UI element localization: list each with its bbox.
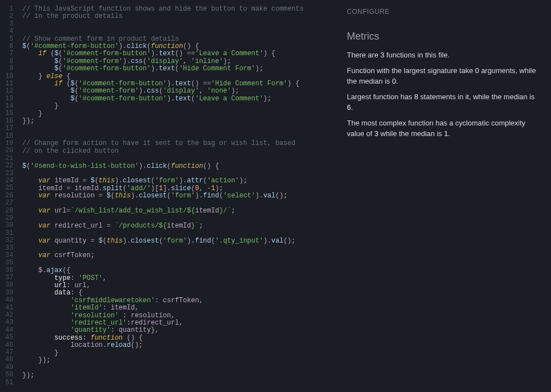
- line-number: 21: [0, 155, 13, 162]
- metrics-line-complexity: The most complex function has a cyclomat…: [347, 118, 541, 139]
- line-number-gutter: 1234567891011121314151617181920212223242…: [0, 0, 17, 392]
- metrics-sidebar: CONFIGURE Metrics There are 3 functions …: [337, 0, 551, 392]
- line-number: 20: [0, 147, 13, 154]
- line-number: 34: [0, 252, 13, 259]
- line-number: 38: [0, 282, 13, 289]
- line-number: 10: [0, 73, 13, 80]
- line-number: 17: [0, 125, 13, 132]
- line-number: 15: [0, 110, 13, 117]
- line-number: 33: [0, 245, 13, 252]
- line-number: 3: [0, 21, 13, 28]
- line-number: 30: [0, 222, 13, 229]
- line-number: 51: [0, 379, 13, 386]
- line-number: 25: [0, 185, 13, 192]
- line-number: 8: [0, 58, 13, 65]
- line-number: 32: [0, 237, 13, 244]
- line-number: 12: [0, 88, 13, 95]
- line-number: 13: [0, 95, 13, 103]
- configure-link[interactable]: CONFIGURE: [347, 7, 541, 17]
- line-number: 5: [0, 36, 13, 43]
- line-number: 14: [0, 103, 13, 110]
- line-number: 45: [0, 334, 13, 341]
- line-number: 6: [0, 43, 13, 50]
- line-number: 35: [0, 259, 13, 267]
- line-number: 39: [0, 289, 13, 297]
- code-content[interactable]: // This JavaScript function shows and hi…: [17, 0, 337, 392]
- line-number: 7: [0, 50, 13, 57]
- line-number: 11: [0, 80, 13, 88]
- line-number: 46: [0, 342, 13, 349]
- metrics-line-functions: There are 3 functions in this file.: [347, 50, 541, 61]
- line-number: 23: [0, 170, 13, 177]
- line-number: 19: [0, 140, 13, 147]
- line-number: 22: [0, 162, 13, 170]
- line-number: 27: [0, 200, 13, 207]
- line-number: 2: [0, 13, 13, 20]
- line-number: 41: [0, 304, 13, 312]
- line-number: 4: [0, 28, 13, 35]
- line-number: 48: [0, 356, 13, 364]
- line-number: 1: [0, 6, 13, 13]
- line-number: 47: [0, 349, 13, 356]
- line-number: 26: [0, 192, 13, 200]
- line-number: 24: [0, 177, 13, 185]
- line-number: 44: [0, 327, 13, 334]
- line-number: 50: [0, 371, 13, 379]
- code-editor-pane: 1234567891011121314151617181920212223242…: [0, 0, 337, 392]
- line-number: 16: [0, 118, 13, 125]
- line-number: 9: [0, 65, 13, 72]
- line-number: 37: [0, 274, 13, 282]
- line-number: 42: [0, 312, 13, 319]
- metrics-line-statements: Largest function has 8 statements in it,…: [347, 91, 541, 113]
- line-number: 49: [0, 364, 13, 371]
- line-number: 29: [0, 215, 13, 222]
- line-number: 31: [0, 230, 13, 237]
- line-number: 40: [0, 297, 13, 304]
- line-number: 36: [0, 267, 13, 274]
- line-number: 18: [0, 133, 13, 140]
- line-number: 43: [0, 319, 13, 326]
- metrics-heading: Metrics: [347, 29, 541, 44]
- metrics-line-signature: Function with the largest signature take…: [347, 65, 541, 87]
- line-number: 28: [0, 207, 13, 215]
